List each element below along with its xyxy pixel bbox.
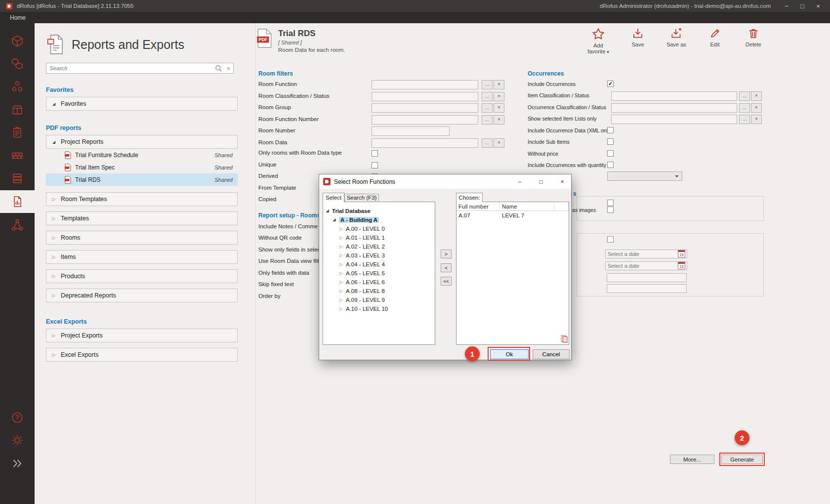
tree-node-building-a[interactable]: ◢A - Building A (332, 215, 379, 224)
clear-button[interactable]: × (751, 103, 762, 113)
search-clear-icon[interactable]: × (226, 65, 230, 72)
item-classification-input[interactable] (611, 91, 737, 101)
tab-search[interactable]: Search (F3) (344, 194, 379, 202)
tab-select[interactable]: Select (323, 193, 344, 202)
date-from-input[interactable] (605, 250, 687, 258)
report-item-trial-rds[interactable]: Trial RDS Shared (46, 173, 238, 186)
include-occurrences-checkbox[interactable]: ✓ (607, 81, 614, 87)
sidebar-item-4[interactable] (0, 98, 35, 121)
report-item-trial-furniture-schedule[interactable]: Trial Furniture Schedule Shared (46, 149, 238, 161)
dialog-close-button[interactable]: × (553, 174, 571, 189)
sidebar-item-3[interactable] (0, 75, 35, 98)
collapsed-icon[interactable]: ▷ (339, 271, 343, 276)
more-button[interactable]: More... (670, 455, 714, 464)
clear-button[interactable]: × (494, 103, 504, 113)
lookup-button[interactable]: ... (739, 115, 750, 124)
collapsed-icon[interactable]: ▷ (339, 262, 343, 267)
tree-node-level[interactable]: ▷A.06 - LEVEL 6 (339, 278, 385, 286)
tree-node-level[interactable]: ▷A.02 - LEVEL 2 (339, 242, 385, 251)
cancel-button[interactable]: Cancel (533, 349, 570, 359)
quantity-zero-checkbox[interactable] (607, 162, 614, 168)
calendar-icon[interactable]: 15 (678, 250, 685, 257)
sidebar-item-1[interactable] (0, 30, 35, 52)
include-occurrence-data-checkbox[interactable] (607, 127, 614, 133)
clear-button[interactable]: × (494, 115, 504, 125)
only-rooms-with-room-data-checkbox[interactable] (372, 150, 378, 157)
tree-node-level[interactable]: ▷A.05 - LEVEL 5 (339, 269, 385, 277)
unique-checkbox[interactable] (372, 162, 378, 168)
date-to-input[interactable] (605, 261, 687, 270)
room-data-input[interactable] (372, 138, 478, 148)
lookup-button[interactable]: ... (482, 115, 493, 125)
expanded-icon[interactable]: ◢ (332, 217, 336, 222)
group-bar-project-exports[interactable]: ▷Project Exports (46, 329, 238, 342)
room-classification-input[interactable] (372, 92, 478, 101)
dialog-minimize-button[interactable]: − (511, 174, 529, 189)
copy-icon[interactable] (561, 335, 568, 344)
clear-button[interactable]: × (751, 115, 762, 124)
column-name[interactable]: Name (500, 202, 554, 211)
tree-node-level[interactable]: ▷A.09 - LEVEL 9 (339, 295, 385, 304)
sidebar-item-expand[interactable] (0, 452, 35, 474)
dialog-maximize-button[interactable]: □ (532, 174, 550, 189)
expanded-icon[interactable]: ◢ (325, 209, 330, 213)
sidebar-item-5[interactable] (0, 121, 35, 144)
add-favorite-button[interactable]: Add favorite▾ (584, 27, 613, 54)
delete-button[interactable]: Delete (740, 27, 767, 47)
group-bar-room-templates[interactable]: ▷Room Templates (46, 192, 238, 206)
sidebar-item-9[interactable] (0, 213, 35, 236)
lookup-button[interactable]: ... (482, 80, 493, 89)
extra-input-1[interactable] (607, 273, 687, 282)
collapsed-icon[interactable]: ▷ (339, 244, 343, 249)
lookup-button[interactable]: ... (482, 138, 493, 148)
save-as-button[interactable]: Save as (663, 27, 690, 47)
clear-button[interactable]: × (494, 138, 504, 148)
room-function-input[interactable] (372, 80, 478, 89)
lookup-button[interactable]: ... (739, 91, 750, 101)
room-group-input[interactable] (372, 103, 478, 113)
without-price-checkbox[interactable] (607, 150, 614, 157)
calendar-icon[interactable]: 15 (678, 262, 685, 269)
search-icon[interactable] (215, 65, 222, 72)
sidebar-item-help[interactable]: ? (0, 406, 35, 429)
sidebar-item-reports[interactable] (0, 190, 35, 213)
close-button[interactable]: × (810, 2, 826, 10)
include-sub-items-checkbox[interactable] (607, 138, 614, 145)
date-filter-checkbox[interactable] (607, 236, 614, 243)
group-bar-templates[interactable]: ▷Templates (46, 211, 238, 225)
tree-node-database[interactable]: ◢Trial Database (325, 207, 371, 215)
remove-selected-button[interactable]: < (441, 263, 452, 272)
search-input[interactable] (49, 65, 215, 71)
project-reports-group-bar[interactable]: ◢ Project Reports (46, 135, 238, 149)
occurrence-classification-input[interactable] (611, 103, 737, 113)
collapsed-icon[interactable]: ▷ (339, 306, 343, 311)
edit-button[interactable]: Edit (702, 27, 728, 47)
tree-node-level[interactable]: ▷A.01 - LEVEL 1 (339, 233, 385, 242)
lookup-button[interactable]: ... (739, 103, 750, 113)
sidebar-item-7[interactable] (0, 167, 35, 190)
restore-button[interactable]: □ (794, 2, 810, 10)
item-lists-input[interactable] (611, 115, 737, 124)
clear-button[interactable]: × (494, 80, 504, 89)
sidebar-item-2[interactable] (0, 52, 35, 75)
lookup-button[interactable]: ... (482, 92, 493, 101)
collapsed-icon[interactable]: ▷ (339, 297, 343, 302)
report-item-trial-item-spec[interactable]: Trial Item Spec Shared (46, 161, 238, 173)
sidebar-item-6[interactable] (0, 144, 35, 167)
group-bar-products[interactable]: ▷Products (46, 269, 238, 283)
tree-node-level[interactable]: ▷A.10 - LEVEL 10 (339, 304, 388, 313)
collapsed-icon[interactable]: ▷ (339, 235, 343, 240)
column-full-number[interactable]: Full number (456, 202, 500, 211)
save-button[interactable]: Save (624, 27, 651, 47)
tab-home[interactable]: Home (10, 14, 26, 21)
collapsed-icon[interactable]: ▷ (339, 253, 343, 258)
group-bar-deprecated-reports[interactable]: ▷Deprecated Reports (46, 289, 238, 302)
tab-chosen[interactable]: Chosen: (456, 193, 483, 202)
room-function-number-input[interactable] (372, 115, 478, 125)
add-selected-button[interactable]: > (441, 250, 452, 258)
group-by-combo[interactable] (607, 171, 682, 181)
group-bar-items[interactable]: ▷Items (46, 250, 238, 264)
tree-node-level[interactable]: ▷A.04 - LEVEL 4 (339, 260, 385, 268)
collapsed-icon[interactable]: ▷ (339, 289, 343, 294)
tree-node-level[interactable]: ▷A.00 - LEVEL 0 (339, 224, 385, 233)
